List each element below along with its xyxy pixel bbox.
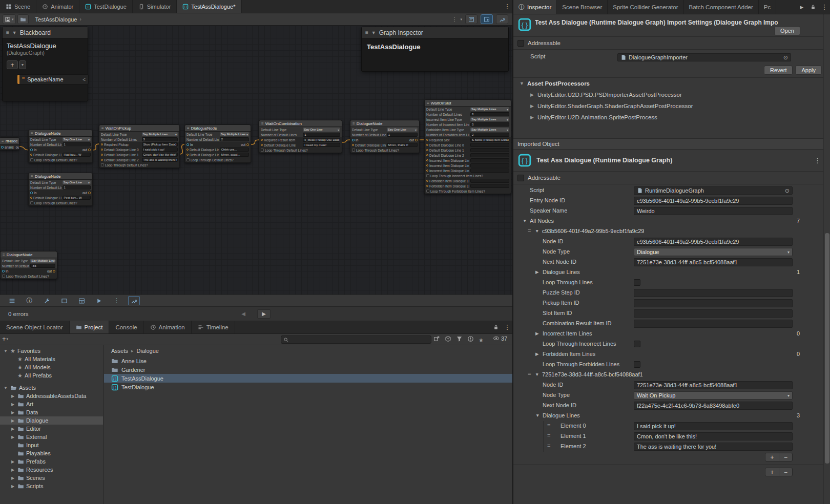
input-port[interactable]: [2, 270, 5, 272]
foldout-arrow-icon[interactable]: ▶: [10, 394, 15, 398]
lock-icon[interactable]: [490, 321, 502, 333]
tree-item-all-materials[interactable]: ★All Materials: [0, 355, 103, 363]
lock-icon[interactable]: [807, 0, 819, 14]
node-row-incorrect-item-line-type[interactable]: Incorrect Item Line TypeSay Multiple Lin…: [425, 117, 511, 122]
node-number-field[interactable]: 1: [387, 133, 418, 137]
node-text-field[interactable]: [470, 158, 509, 162]
text-field[interactable]: [634, 299, 793, 307]
doc-tab-simulator[interactable]: Simulator: [133, 0, 177, 13]
foldout-arrow-icon[interactable]: ▶: [535, 269, 539, 275]
inspector-tab-scene-browser[interactable]: Scene Browser: [557, 0, 608, 14]
node-dropdown[interactable]: Say Multiple Lines▾: [470, 117, 509, 121]
node-title-bar[interactable]: ≡DialogueNode: [350, 120, 419, 127]
node-row-default-dialogue-line-0[interactable]: Default Dialogue Line 0I said pick it up…: [99, 147, 179, 152]
tree-item-addressableassetsdata[interactable]: ▶AddressableAssetsData: [0, 392, 103, 400]
foldout-arrow-icon[interactable]: ▶: [530, 103, 534, 109]
node-dropdown[interactable]: Say Multiple Lines▾: [220, 132, 249, 136]
node-row-loop-through-default-lines[interactable]: Loop Through Default Lines?: [185, 157, 251, 162]
port-icon[interactable]: [186, 154, 189, 156]
checkbox[interactable]: [352, 149, 355, 152]
text-field[interactable]: I said pick it up!: [634, 422, 793, 430]
add-property-button[interactable]: +: [7, 60, 18, 69]
foldout-arrow-icon[interactable]: ▶: [530, 115, 534, 120]
node-row-forbidden-item-dialogue-line-1[interactable]: Forbidden Item Dialogue Line 1: [425, 183, 511, 188]
postprocessor-unityeditor-shadergraph-shadergraphassetpostprocessor[interactable]: ▶UnityEditor.ShaderGraph.ShaderGraphAsse…: [513, 100, 830, 112]
node-row-incorrect-item-dialogue-line-2[interactable]: Incorrect Item Dialogue Line 2: [425, 168, 511, 173]
node-dropdown[interactable]: Say One Line▾: [63, 137, 91, 141]
foldout-arrow-icon[interactable]: ▶: [10, 435, 15, 439]
node-dropdown[interactable]: Say Multiple Lines▾: [142, 132, 178, 136]
node-row-required-pickup[interactable]: Required PickupSkov (Pickup Item Data) (…: [99, 142, 179, 147]
doc-tab-animator[interactable]: Animator: [36, 0, 79, 13]
graph-inspector-header[interactable]: ≡ ▼ Graph Inspector: [362, 27, 508, 38]
node-dropdown[interactable]: Say One Line▾: [63, 180, 91, 184]
port-icon[interactable]: [30, 197, 32, 199]
node-row[interactable]: Inout: [1, 268, 57, 274]
node-row-loop-through-default-lines[interactable]: Loop Through Default Lines?: [99, 162, 179, 167]
node-number-field[interactable]: 2: [470, 133, 509, 137]
graph-node-dialoguenode[interactable]: ≡DialogueNodeDefault Line TypeSay Multip…: [184, 124, 251, 163]
node-row-default-dialogue-line-0[interactable]: Default Dialogue Line 0Ohhh yes...: [185, 147, 251, 152]
next-error-button[interactable]: ▶: [257, 309, 271, 319]
node-text-field[interactable]: [470, 143, 509, 147]
node-text-field[interactable]: [470, 163, 509, 167]
foldout-arrow-icon[interactable]: ▼: [535, 372, 539, 377]
asset-item-gardener[interactable]: Gardener: [104, 365, 513, 374]
blackboard-property-speakername[interactable]: " SpeakerName <: [17, 74, 89, 85]
hidden-count[interactable]: 37: [493, 335, 507, 342]
node-row-number-of-default-lines[interactable]: Number of Default Lines1: [350, 132, 419, 137]
blackboard-panel[interactable]: ≡ ▼ Blackboard TestAssDialogue (Dialogue…: [2, 27, 88, 101]
node-object-field[interactable]: S-bottle (Pickup Item Data)...⊙: [470, 138, 509, 142]
port-icon[interactable]: [426, 149, 428, 151]
node-row-loop-through-default-lines[interactable]: Loop Through Default Lines?: [1, 274, 57, 279]
inspector-tab-batch-component-adder[interactable]: Batch Component Adder: [684, 0, 759, 14]
foldout-arrow-icon[interactable]: ▶: [535, 351, 539, 356]
inspector-tab-sprite-collider-generator[interactable]: Sprite Collider Generator: [608, 0, 683, 14]
node-dropdown[interactable]: Say Multiple Lines▾: [470, 128, 509, 132]
node-number-field[interactable]: 1: [303, 133, 340, 137]
node-title-bar[interactable]: ≡DialogueNode: [1, 251, 57, 258]
input-port[interactable]: [30, 149, 33, 151]
add-element-button[interactable]: +: [765, 453, 779, 461]
node-text-field[interactable]: [470, 169, 509, 173]
blackboard-toggle-button[interactable]: [465, 14, 478, 24]
tab-timeline[interactable]: Timeline: [192, 321, 235, 333]
node-row-default-line-type[interactable]: Default Line TypeSay One Line▾: [29, 137, 92, 142]
tab-console[interactable]: Console: [109, 321, 143, 333]
port-icon[interactable]: [426, 164, 428, 166]
graph-node-dialoguenode[interactable]: ≡DialogueNodeDefault Line TypeSay One Li…: [28, 130, 93, 163]
port-icon[interactable]: [186, 149, 189, 151]
doc-tab-scene[interactable]: Scene: [0, 0, 36, 13]
node-row[interactable]: Inout: [350, 137, 419, 142]
postprocessor-unityeditor-u2d-psd-psdimporterassetpostprocessor[interactable]: ▶UnityEditor.U2D.PSD.PSDImporterAssetPos…: [513, 89, 830, 100]
tree-item-all-prefabs[interactable]: ★All Prefabs: [0, 371, 103, 380]
port-icon[interactable]: [101, 154, 103, 156]
foldout-arrow-icon[interactable]: ▶: [10, 427, 15, 431]
node-number-field[interactable]: 3: [470, 122, 509, 127]
apply-button[interactable]: Apply: [795, 66, 822, 75]
graph-node-dialoguenode[interactable]: ≡DialogueNodeDefault Line TypeSay One Li…: [350, 120, 420, 153]
port-icon[interactable]: [426, 170, 428, 172]
node-row-default-line-type[interactable]: Default Line TypeSay Multiple Lines▾: [425, 107, 511, 112]
foldout-arrow-icon[interactable]: ▶: [10, 468, 15, 472]
create-asset-button[interactable]: +▾: [2, 335, 8, 343]
checkbox[interactable]: [30, 201, 33, 204]
port-icon[interactable]: [101, 159, 103, 161]
node-text-field[interactable]: Pest boy... W: [63, 196, 91, 200]
tree-item-editor[interactable]: ▶Editor: [0, 425, 103, 433]
foldout-arrow-icon[interactable]: ▶: [10, 410, 15, 415]
checkbox[interactable]: [186, 158, 190, 161]
checkbox[interactable]: [30, 158, 33, 161]
graph-canvas[interactable]: ≡rtNodeariansout≡DialogueNodeDefault Lin…: [0, 26, 513, 295]
tree-item-resources[interactable]: ▶Resources: [0, 466, 103, 474]
port-icon[interactable]: [426, 144, 428, 146]
breadcrumb-root[interactable]: Assets: [111, 348, 128, 354]
node-text-field[interactable]: [470, 153, 509, 157]
node-row-default-dialogue-line-1[interactable]: Default Dialogue Line 1Cmon, don't be li…: [99, 152, 179, 157]
node-object-field[interactable]: Skov (Pickup Item Data) (P...⊙: [142, 142, 178, 146]
node-row-number-of-default-lines[interactable]: Number of Default Lines3: [99, 137, 179, 142]
warn-button[interactable]: [467, 335, 474, 344]
output-port[interactable]: [246, 143, 249, 146]
checkbox[interactable]: [261, 149, 264, 152]
node-row-default-line-type[interactable]: Default Line TypeSay One Line▾: [259, 127, 342, 132]
